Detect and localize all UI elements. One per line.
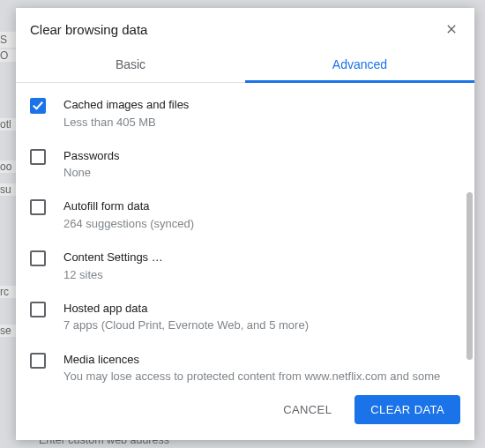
option-title: Cached images and files xyxy=(63,97,454,113)
options-list: Cached images and files Less than 405 MB… xyxy=(16,83,466,383)
option-subtitle: None xyxy=(63,165,454,181)
bg-left-6: se xyxy=(0,325,16,337)
option-title: Media licences xyxy=(63,352,454,368)
checkbox-cached-images[interactable] xyxy=(30,98,46,114)
bg-left-4: su xyxy=(0,183,16,196)
bg-left-3: oo xyxy=(0,161,16,173)
bg-left-0: S xyxy=(0,32,16,48)
dialog-content: Cached images and files Less than 405 MB… xyxy=(16,83,474,383)
clear-data-button[interactable]: CLEAR DATA xyxy=(354,395,460,424)
option-subtitle: Less than 405 MB xyxy=(63,115,454,131)
tab-basic[interactable]: Basic xyxy=(16,49,245,82)
option-title: Autofill form data xyxy=(63,198,454,214)
option-subtitle: You may lose access to protected content… xyxy=(63,369,454,383)
option-media-licences: Media licences You may lose access to pr… xyxy=(28,343,454,383)
checkbox-content-settings[interactable] xyxy=(30,250,46,266)
option-hosted-app-data: Hosted app data 7 apps (Cloud Print, Eve… xyxy=(28,292,454,343)
checkbox-passwords[interactable] xyxy=(30,149,46,165)
tab-advanced[interactable]: Advanced xyxy=(245,49,474,82)
checkbox-autofill[interactable] xyxy=(30,199,46,215)
bg-left-1: O xyxy=(0,49,16,62)
option-content-settings: Content Settings … 12 sites xyxy=(28,241,454,292)
bg-left-5: rc xyxy=(0,286,16,298)
clear-browsing-data-dialog: Clear browsing data Basic Advanced Cache… xyxy=(16,8,474,440)
option-title: Passwords xyxy=(63,148,454,164)
bg-left-2: otl xyxy=(0,118,16,131)
checkbox-media-licences[interactable] xyxy=(30,353,46,369)
option-passwords: Passwords None xyxy=(28,139,454,190)
option-title: Hosted app data xyxy=(63,301,454,317)
dialog-header: Clear browsing data xyxy=(16,8,474,49)
dialog-title: Clear browsing data xyxy=(30,22,147,37)
tabs: Basic Advanced xyxy=(16,49,474,83)
close-icon xyxy=(444,22,459,36)
option-autofill: Autofill form data 264 suggestions (sync… xyxy=(28,190,454,241)
scrollbar[interactable] xyxy=(466,86,473,379)
dialog-footer: CANCEL CLEAR DATA xyxy=(16,383,474,440)
option-subtitle: 12 sites xyxy=(63,267,454,283)
option-subtitle: 264 suggestions (synced) xyxy=(63,216,454,232)
checkbox-hosted-app-data[interactable] xyxy=(30,302,46,317)
close-button[interactable] xyxy=(443,20,460,38)
scrollbar-thumb[interactable] xyxy=(466,192,473,360)
option-cached-images: Cached images and files Less than 405 MB xyxy=(28,88,454,139)
option-title: Content Settings … xyxy=(63,250,454,265)
cancel-button[interactable]: CANCEL xyxy=(267,395,347,424)
option-subtitle: 7 apps (Cloud Print, Evernote Web, and 5… xyxy=(63,317,454,333)
